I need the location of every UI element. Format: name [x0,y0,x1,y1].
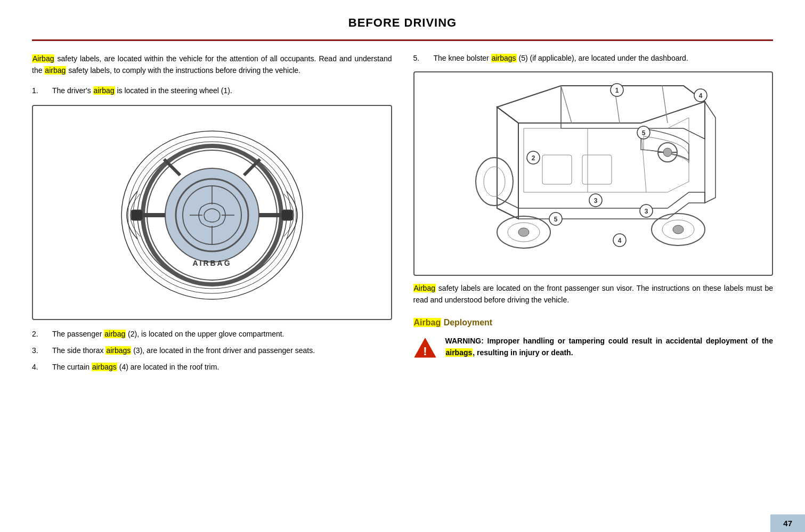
airbag-highlight-5: airbags [105,346,131,355]
list-num-4: 4. [32,362,47,373]
list-item-3-text: The side thorax airbags (3), are located… [52,345,315,356]
airbag-highlight-6: airbags [92,363,117,371]
svg-text:3: 3 [645,208,648,215]
airbag-safety-note: Airbag safety labels are located on the … [413,282,774,306]
right-column: 5. The knee bolster airbags (5) (if appl… [413,53,774,378]
list-item-5-text: The knee bolster airbags (5) (if applica… [434,53,688,64]
airbag-highlight-7: airbags [491,54,517,62]
airbag-highlight-1: Airbag [32,54,54,63]
left-column: Airbag safety labels, are located within… [32,53,392,378]
svg-line-9 [164,159,180,175]
list-item-4-text: The curtain airbags (4) are located in t… [52,362,219,373]
list-item-5: 5. The knee bolster airbags (5) (if appl… [413,53,774,64]
list-item-1: 1. The driver's airbag is located in the… [32,85,392,96]
title-text: BEFORE DRIVING [348,16,457,29]
airbag-highlight-8: Airbag [413,284,436,292]
deployment-heading: Airbag Deployment [413,318,774,328]
list-item-3: 3. The side thorax airbags (3), are loca… [32,345,392,356]
svg-text:5: 5 [642,129,646,137]
list-num-1: 1. [32,85,47,96]
list-item-1-text: The driver's airbag is located in the st… [52,85,232,96]
car-diagram: 1 2 3 3 4 4 [413,71,774,276]
steering-wheel-svg: AIRBAG [111,111,313,314]
warning-text: WARNING: Improper handling or tampering … [445,335,774,359]
svg-text:1: 1 [615,87,619,94]
svg-text:3: 3 [594,197,598,204]
page-container: BEFORE DRIVING Airbag safety labels, are… [0,0,805,410]
page-number-box: 47 [770,514,805,532]
svg-point-27 [673,225,684,234]
svg-text:AIRBAG: AIRBAG [192,259,231,267]
intro-paragraph: Airbag safety labels, are located within… [32,53,392,77]
page-title: BEFORE DRIVING [32,16,773,30]
warning-triangle-icon: ! [413,336,437,359]
intro-text-part2: safety labels, to comply with the instru… [68,66,300,75]
list-num-2: 2. [32,329,47,340]
page-number: 47 [783,519,792,528]
airbag-highlight-4: airbag [104,330,126,338]
svg-point-31 [476,158,513,206]
svg-line-10 [244,159,260,175]
svg-point-30 [518,228,529,236]
car-diagram-svg: 1 2 3 3 4 4 [454,75,731,272]
svg-point-52 [663,148,672,157]
red-divider [32,39,773,41]
steering-wheel-diagram: AIRBAG [32,105,392,320]
svg-text:5: 5 [554,216,558,223]
svg-text:4: 4 [699,92,703,100]
list-item-2-text: The passenger airbag (2), is located on … [52,329,284,340]
svg-line-20 [561,86,572,123]
svg-text:2: 2 [532,154,535,162]
list-item-2: 2. The passenger airbag (2), is located … [32,329,392,340]
warning-box: ! WARNING: Improper handling or tamperin… [413,335,774,359]
svg-text:4: 4 [618,237,622,244]
safety-note-text: safety labels are located on the front p… [413,284,774,304]
list-item-4: 4. The curtain airbags (4) are located i… [32,362,392,373]
svg-rect-50 [582,155,612,184]
svg-rect-18 [131,210,143,220]
svg-rect-19 [281,210,293,220]
svg-line-22 [662,86,668,123]
airbag-highlight-2: airbag [44,66,66,75]
deployment-heading-rest: Deployment [444,318,493,327]
airbag-highlight-9: airbags [445,348,473,357]
svg-rect-49 [542,155,572,184]
list-num-5: 5. [413,53,428,64]
deployment-heading-highlight: Airbag [413,318,442,327]
svg-point-32 [484,167,505,197]
airbag-highlight-3: airbag [93,86,115,95]
svg-text:!: ! [423,345,427,358]
list-num-3: 3. [32,345,47,356]
two-column-layout: Airbag safety labels, are located within… [32,53,773,378]
